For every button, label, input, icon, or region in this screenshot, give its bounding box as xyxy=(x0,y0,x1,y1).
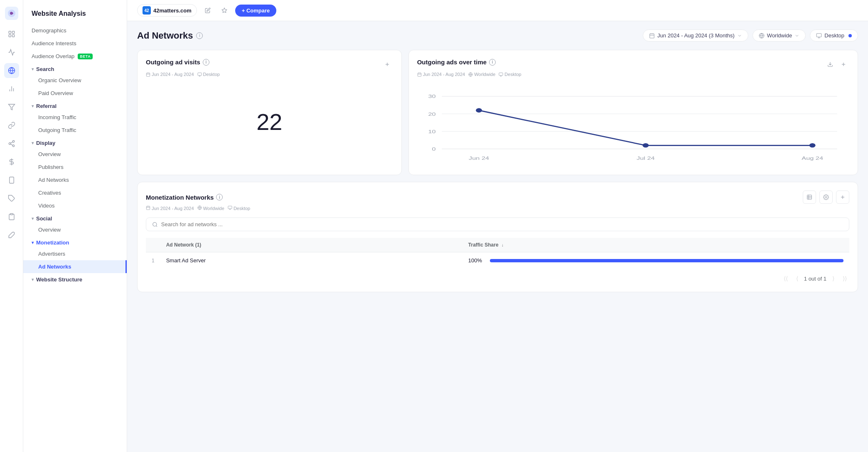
plus-icon xyxy=(840,194,846,200)
sidebar-item-incoming-traffic[interactable]: Incoming Traffic xyxy=(23,111,127,124)
rail-filter-icon[interactable] xyxy=(4,100,19,115)
svg-rect-28 xyxy=(816,33,821,37)
sidebar-item-advertisers[interactable]: Advertisers xyxy=(23,247,127,260)
svg-point-68 xyxy=(825,196,827,198)
svg-text:10: 10 xyxy=(428,129,435,134)
chart-dot-jul xyxy=(642,143,649,148)
svg-rect-64 xyxy=(807,195,812,200)
sidebar-section-referral[interactable]: ▾ Referral xyxy=(23,100,127,111)
sidebar-section-monetization[interactable]: ▾ Monetization xyxy=(23,236,127,247)
card-device: Desktop xyxy=(197,72,220,77)
card-title: Outgoing ad visits i xyxy=(146,59,209,66)
sidebar-item-outgoing-traffic[interactable]: Outgoing Traffic xyxy=(23,124,127,137)
rail-social-icon[interactable] xyxy=(4,136,19,151)
card-actions xyxy=(381,59,393,70)
svg-marker-21 xyxy=(222,8,227,12)
add-network-button[interactable] xyxy=(836,191,849,204)
svg-text:0: 0 xyxy=(432,146,435,151)
device-filter[interactable]: Desktop xyxy=(810,29,858,42)
network-column-header[interactable]: Ad Network (1) xyxy=(160,238,462,252)
sidebar-section-display[interactable]: ▾ Display xyxy=(23,137,127,148)
pagination: ⟨⟨ ⟨ 1 out of 1 ⟩ ⟩⟩ xyxy=(146,269,849,283)
rail-mobile-icon[interactable] xyxy=(4,173,19,188)
page-title-row: Ad Networks i xyxy=(137,30,203,41)
rail-clipboard-icon[interactable] xyxy=(4,209,19,224)
monetization-info-icon[interactable]: i xyxy=(216,194,223,200)
svg-marker-10 xyxy=(8,104,15,110)
sidebar-section-social[interactable]: ▾ Social xyxy=(23,212,127,223)
first-page-button[interactable]: ⟨⟨ xyxy=(781,274,790,283)
card-meta: Jun 2024 - Aug 2024 Worldwide Desktop xyxy=(417,72,849,77)
date-filter[interactable]: Jun 2024 - Aug 2024 (3 Months) xyxy=(643,29,748,42)
calendar-icon xyxy=(649,33,655,39)
chart-dot-jun xyxy=(476,108,482,113)
rail-analytics-icon[interactable] xyxy=(4,27,19,42)
settings-button[interactable] xyxy=(819,191,833,204)
chevron-icon: ▾ xyxy=(32,141,34,145)
card-meta: Jun 2024 - Aug 2024 Desktop xyxy=(146,72,393,77)
chevron-down-icon xyxy=(794,33,799,38)
monetization-card: Monetization Networks i xyxy=(137,182,858,292)
svg-point-11 xyxy=(12,141,15,143)
chevron-icon: ▾ xyxy=(32,104,34,108)
location-filter[interactable]: Worldwide xyxy=(752,29,806,42)
rail-tag-icon[interactable] xyxy=(4,191,19,206)
svg-rect-1 xyxy=(9,31,11,33)
prev-page-button[interactable]: ⟨ xyxy=(794,274,801,283)
outgoing-visits-value: 22 xyxy=(146,83,393,160)
svg-point-12 xyxy=(9,143,11,145)
sidebar-item-audience-interests[interactable]: Audience Interests xyxy=(23,37,127,50)
svg-rect-43 xyxy=(418,73,421,76)
site-chip[interactable]: 42 42matters.com xyxy=(137,4,197,17)
rail-chart-icon[interactable] xyxy=(4,45,19,60)
sidebar-item-ad-networks-display[interactable]: Ad Networks xyxy=(23,173,127,186)
download-button[interactable] xyxy=(824,59,836,70)
sidebar-item-social-overview[interactable]: Overview xyxy=(23,223,127,236)
card-info-icon[interactable]: i xyxy=(203,59,209,66)
sidebar-title: Website Analysis xyxy=(23,7,127,24)
add-button[interactable] xyxy=(381,59,393,70)
site-favicon: 42 xyxy=(143,6,151,15)
traffic-column-header[interactable]: Traffic Share ↓ xyxy=(462,238,849,252)
monetization-title: Monetization Networks i xyxy=(146,194,223,201)
sidebar-item-audience-overlap[interactable]: Audience Overlap BETA xyxy=(23,50,127,63)
rail-globe-icon[interactable] xyxy=(4,63,19,78)
rail-brush-icon[interactable] xyxy=(4,227,19,242)
next-page-button[interactable]: ⟩ xyxy=(830,274,837,283)
rail-link-icon[interactable] xyxy=(4,118,19,133)
svg-rect-4 xyxy=(12,35,14,37)
add-button[interactable] xyxy=(838,59,849,70)
monitor-small-icon xyxy=(228,205,232,210)
card-location: Worldwide xyxy=(468,72,495,77)
sidebar-item-demographics[interactable]: Demographics xyxy=(23,24,127,37)
networks-table: Ad Network (1) Traffic Share ↓ 1 Smart A… xyxy=(146,238,849,269)
sidebar-item-publishers[interactable]: Publishers xyxy=(23,161,127,173)
sidebar-section-website-structure[interactable]: ▾ Website Structure xyxy=(23,273,127,284)
search-icon xyxy=(152,222,158,227)
globe-icon xyxy=(759,33,765,39)
compare-button[interactable]: + Compare xyxy=(235,5,277,17)
last-page-button[interactable]: ⟩⟩ xyxy=(840,274,849,283)
sidebar-section-search[interactable]: ▾ Search xyxy=(23,63,127,74)
rail-money-icon[interactable] xyxy=(4,154,19,169)
sidebar-item-videos[interactable]: Videos xyxy=(23,199,127,212)
page-info-icon[interactable]: i xyxy=(196,32,203,39)
app-logo[interactable] xyxy=(5,7,18,20)
sidebar-item-display-overview[interactable]: Overview xyxy=(23,148,127,161)
excel-export-button[interactable] xyxy=(803,191,816,204)
monetization-meta: Jun 2024 - Aug 2024 Worldwide Desktop xyxy=(146,205,849,211)
sidebar-item-organic-overview[interactable]: Organic Overview xyxy=(23,74,127,87)
card-info-icon[interactable]: i xyxy=(489,59,496,66)
chevron-icon: ▾ xyxy=(32,67,34,71)
search-input[interactable] xyxy=(161,221,843,227)
sidebar-item-creatives[interactable]: Creatives xyxy=(23,186,127,199)
rail-bar-icon[interactable] xyxy=(4,81,19,96)
svg-rect-71 xyxy=(146,206,150,210)
date-filter-label: Jun 2024 - Aug 2024 (3 Months) xyxy=(657,32,735,39)
sidebar-item-paid-overview[interactable]: Paid Overview xyxy=(23,87,127,100)
sidebar-item-ad-networks-active[interactable]: Ad Networks xyxy=(23,260,127,273)
svg-rect-37 xyxy=(197,73,201,75)
svg-rect-77 xyxy=(228,206,232,208)
bookmark-button[interactable] xyxy=(219,5,230,16)
edit-button[interactable] xyxy=(202,5,214,16)
